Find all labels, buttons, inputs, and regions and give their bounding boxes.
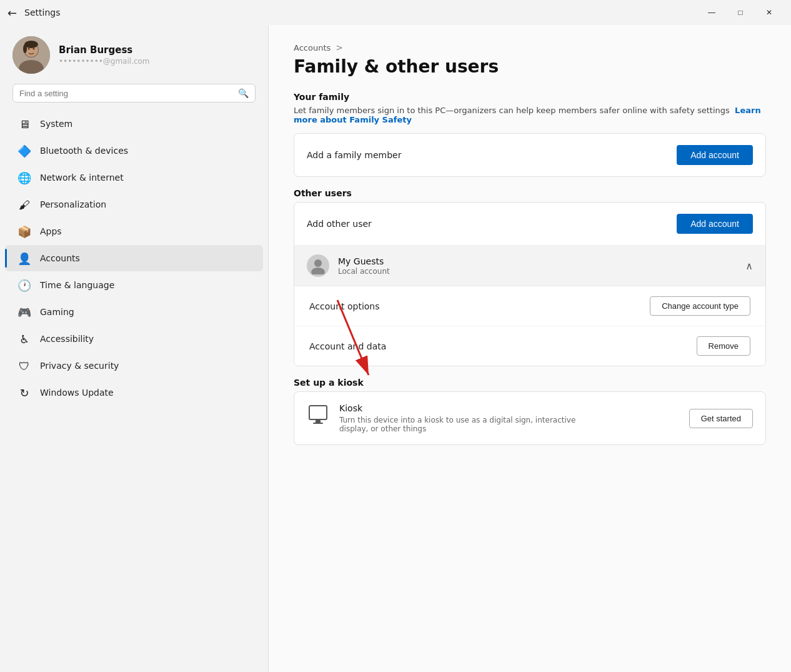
add-family-row: Add a family member Add account — [294, 134, 765, 176]
account-options-row: Account options Change account type — [294, 286, 765, 326]
back-button[interactable]: ← — [7, 6, 17, 19]
kiosk-info: Kiosk Turn this device into a kiosk to u… — [339, 403, 589, 433]
kiosk-title: Kiosk — [339, 403, 589, 413]
sidebar: Brian Burgess ••••••••••@gmail.com 🔍 🖥 S… — [0, 25, 269, 672]
bluetooth-icon: 🔷 — [17, 144, 31, 158]
sidebar-item-label: Network & internet — [40, 173, 124, 183]
svg-rect-10 — [309, 406, 327, 419]
sidebar-item-label: Apps — [40, 226, 62, 236]
time-icon: 🕐 — [17, 278, 31, 292]
apps-icon: 📦 — [17, 224, 31, 238]
svg-point-7 — [23, 44, 27, 53]
maximize-button[interactable]: □ — [726, 3, 755, 23]
other-users-title: Other users — [294, 188, 766, 198]
other-users-card: Add other user Add account My Guests Loc… — [294, 202, 766, 366]
titlebar-title: Settings — [24, 8, 60, 18]
page-title: Family & other users — [294, 56, 766, 77]
sidebar-item-label: Time & language — [40, 280, 114, 290]
sidebar-item-label: Personalization — [40, 199, 106, 209]
account-data-label: Account and data — [309, 341, 386, 351]
sidebar-item-accessibility[interactable]: ♿ Accessibility — [5, 326, 263, 352]
update-icon: ↻ — [17, 386, 31, 399]
privacy-icon: 🛡 — [17, 359, 31, 373]
svg-rect-11 — [316, 419, 321, 423]
sidebar-item-label: Accounts — [40, 253, 80, 263]
gaming-icon: 🎮 — [17, 305, 31, 319]
search-box[interactable]: 🔍 — [12, 84, 256, 103]
add-other-user-row: Add other user Add account — [294, 203, 765, 246]
kiosk-icon — [307, 404, 329, 431]
personalization-icon: 🖌 — [17, 198, 31, 211]
account-data-row: Account and data Remove — [294, 326, 765, 366]
sidebar-item-network[interactable]: 🌐 Network & internet — [5, 164, 263, 191]
sidebar-item-update[interactable]: ↻ Windows Update — [5, 379, 263, 406]
breadcrumb-parent[interactable]: Accounts — [294, 43, 331, 53]
sidebar-nav: 🖥 System 🔷 Bluetooth & devices 🌐 Network… — [0, 110, 268, 406]
svg-point-8 — [314, 259, 322, 267]
svg-point-5 — [33, 48, 35, 50]
your-family-title: Your family — [294, 92, 766, 102]
user-email: ••••••••••@gmail.com — [59, 57, 150, 66]
app-body: Brian Burgess ••••••••••@gmail.com 🔍 🖥 S… — [0, 25, 791, 672]
avatar — [12, 36, 50, 74]
sidebar-item-label: Gaming — [40, 307, 74, 317]
sidebar-item-gaming[interactable]: 🎮 Gaming — [5, 299, 263, 325]
account-options-label: Account options — [309, 301, 380, 311]
sidebar-item-label: Privacy & security — [40, 361, 119, 371]
sidebar-item-system[interactable]: 🖥 System — [5, 111, 263, 137]
add-family-account-button[interactable]: Add account — [677, 145, 753, 165]
window-controls: — □ ✕ — [697, 3, 784, 23]
network-icon: 🌐 — [17, 171, 31, 184]
remove-button[interactable]: Remove — [697, 336, 750, 356]
sidebar-item-apps[interactable]: 📦 Apps — [5, 218, 263, 244]
kiosk-left: Kiosk Turn this device into a kiosk to u… — [307, 403, 589, 433]
your-family-desc: Let family members sign in to this PC—or… — [294, 106, 766, 124]
main-content: Accounts > Family & other users Your fam… — [269, 25, 791, 672]
sidebar-item-privacy[interactable]: 🛡 Privacy & security — [5, 353, 263, 379]
user-entry-info: My Guests Local account — [338, 256, 390, 276]
minimize-button[interactable]: — — [697, 3, 726, 23]
user-entry-left: My Guests Local account — [307, 254, 390, 277]
sidebar-item-bluetooth[interactable]: 🔷 Bluetooth & devices — [5, 138, 263, 164]
titlebar-left: ← Settings — [7, 6, 61, 19]
sidebar-item-accounts[interactable]: 👤 Accounts — [5, 245, 263, 271]
user-sub-rows: Account options Change account type Acco… — [294, 286, 765, 366]
svg-point-9 — [311, 268, 325, 274]
svg-point-4 — [28, 48, 30, 50]
system-icon: 🖥 — [17, 117, 31, 131]
add-other-user-label: Add other user — [307, 219, 372, 229]
user-profile[interactable]: Brian Burgess ••••••••••@gmail.com — [0, 25, 268, 84]
accessibility-icon: ♿ — [17, 332, 31, 346]
accounts-icon: 👤 — [17, 251, 31, 265]
sidebar-item-personalization[interactable]: 🖌 Personalization — [5, 191, 263, 218]
add-family-card: Add a family member Add account — [294, 133, 766, 177]
add-family-label: Add a family member — [307, 150, 401, 160]
sidebar-item-time[interactable]: 🕐 Time & language — [5, 272, 263, 298]
search-input[interactable] — [19, 89, 238, 98]
user-name: Brian Burgess — [59, 44, 150, 56]
add-other-account-button[interactable]: Add account — [677, 214, 753, 234]
kiosk-section-title: Set up a kiosk — [294, 378, 766, 388]
svg-rect-12 — [313, 423, 323, 424]
sidebar-item-label: Accessibility — [40, 334, 94, 344]
user-avatar-small — [307, 254, 329, 277]
kiosk-get-started-button[interactable]: Get started — [689, 409, 753, 428]
kiosk-desc: Turn this device into a kiosk to use as … — [339, 416, 589, 433]
breadcrumb-separator: > — [336, 43, 343, 53]
sidebar-item-label: System — [40, 119, 72, 129]
breadcrumb: Accounts > — [294, 43, 766, 53]
titlebar: ← Settings — □ ✕ — [0, 0, 791, 25]
user-entry-type: Local account — [338, 267, 390, 276]
kiosk-card: Kiosk Turn this device into a kiosk to u… — [294, 391, 766, 445]
close-button[interactable]: ✕ — [755, 3, 784, 23]
search-icon: 🔍 — [238, 88, 249, 98]
sidebar-item-label: Bluetooth & devices — [40, 146, 128, 156]
change-account-type-button[interactable]: Change account type — [650, 296, 750, 316]
sidebar-item-label: Windows Update — [40, 388, 114, 398]
chevron-up-icon: ∧ — [745, 260, 753, 272]
user-info: Brian Burgess ••••••••••@gmail.com — [59, 44, 150, 66]
user-entry-name: My Guests — [338, 256, 390, 266]
user-entry-guests[interactable]: My Guests Local account ∧ — [294, 246, 765, 286]
